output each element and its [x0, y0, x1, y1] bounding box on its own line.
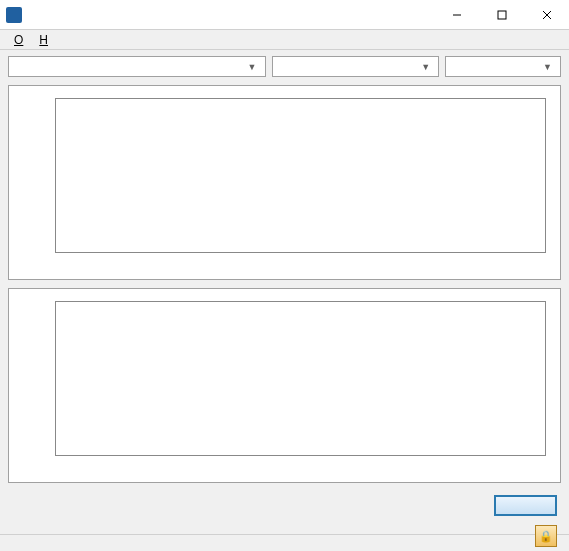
toolbar: ▼ ▼ ▼	[8, 56, 561, 77]
chevron-down-icon: ▼	[539, 62, 556, 72]
app-icon	[6, 7, 22, 23]
minimize-button[interactable]	[434, 0, 479, 29]
device-dropdown[interactable]: ▼	[8, 56, 266, 77]
chart-bottom	[8, 288, 561, 483]
metrics-panel: 🔒	[8, 495, 561, 549]
jitter-row	[8, 495, 561, 517]
chart-plot-area	[55, 98, 546, 253]
test-dropdown[interactable]: ▼	[445, 56, 561, 77]
menu-help[interactable]: H	[33, 32, 54, 48]
peakshift-row	[8, 517, 561, 539]
chart-bars	[56, 302, 545, 455]
svg-rect-1	[498, 11, 506, 19]
function-dropdown[interactable]: ▼	[272, 56, 440, 77]
content-area: ▼ ▼ ▼ 🔒	[0, 50, 569, 534]
chevron-down-icon: ▼	[244, 62, 261, 72]
chart-bars	[56, 99, 545, 252]
chevron-down-icon: ▼	[417, 62, 434, 72]
chart-plot-area	[55, 301, 546, 456]
titlebar	[0, 0, 569, 30]
start-button[interactable]	[494, 495, 557, 516]
maximize-button[interactable]	[479, 0, 524, 29]
chart-top	[8, 85, 561, 280]
close-button[interactable]	[524, 0, 569, 29]
menu-options[interactable]: O	[8, 32, 29, 48]
menubar: O H	[0, 30, 569, 50]
lock-icon: 🔒	[539, 530, 553, 543]
lock-button[interactable]: 🔒	[535, 525, 557, 547]
